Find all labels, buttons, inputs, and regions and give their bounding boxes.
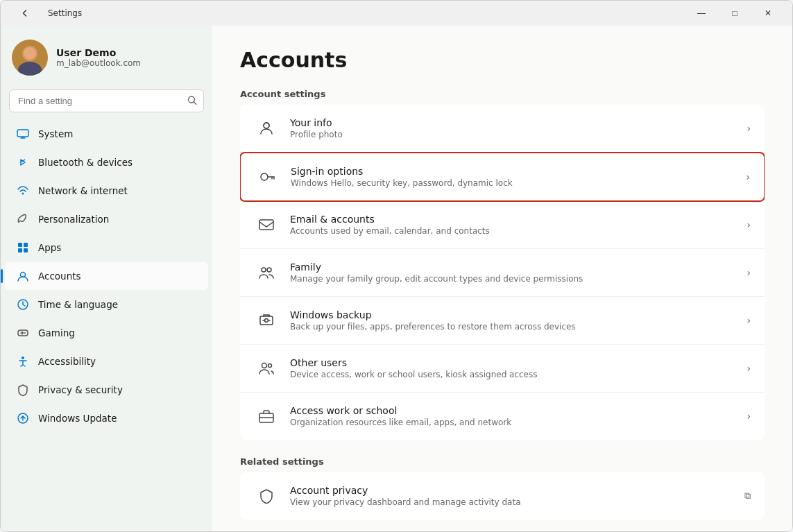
svg-rect-10: [18, 243, 22, 247]
network-icon: [16, 184, 30, 198]
family-icon: [254, 260, 279, 285]
update-icon: [16, 411, 30, 425]
sidebar-item-time-label: Time & language: [38, 299, 118, 310]
settings-window: Settings — □ ✕ User Demo: [0, 0, 793, 532]
maximize-button[interactable]: □: [719, 2, 751, 24]
account-privacy-subtitle: View your privacy dashboard and manage a…: [290, 497, 744, 507]
family-subtitle: Manage your family group, edit account t…: [290, 274, 747, 284]
minimize-button[interactable]: —: [685, 2, 717, 24]
sidebar-item-gaming[interactable]: Gaming: [5, 319, 208, 347]
settings-item-family[interactable]: Family Manage your family group, edit ac…: [240, 249, 765, 297]
svg-point-24: [261, 173, 268, 180]
email-text: Email & accounts Accounts used by email,…: [290, 214, 747, 236]
other-users-title: Other users: [290, 357, 747, 368]
related-settings-label: Related settings: [240, 456, 765, 467]
settings-item-email[interactable]: Email & accounts Accounts used by email,…: [240, 201, 765, 249]
backup-title: Windows backup: [290, 309, 747, 320]
svg-point-32: [265, 319, 268, 323]
family-title: Family: [290, 261, 747, 273]
other-users-text: Other users Device access, work or schoo…: [290, 357, 747, 379]
time-icon: [16, 298, 30, 311]
backup-subtitle: Back up your files, apps, preferences to…: [290, 322, 747, 332]
window-title: Settings: [48, 8, 82, 18]
brush-icon: [16, 212, 30, 226]
svg-point-33: [262, 363, 267, 368]
family-chevron: ›: [747, 267, 751, 278]
titlebar-controls: — □ ✕: [685, 2, 784, 24]
svg-rect-11: [24, 243, 28, 247]
sidebar-item-update[interactable]: Windows Update: [5, 404, 208, 432]
family-text: Family Manage your family group, edit ac…: [290, 261, 747, 284]
sidebar-item-bluetooth[interactable]: Bluetooth & devices: [5, 148, 208, 176]
account-settings-list: Your info Profile photo › Sign-in option…: [240, 105, 765, 440]
system-icon: [16, 127, 30, 141]
sidebar-item-accounts[interactable]: Accounts: [5, 262, 208, 290]
sidebar-item-update-label: Windows Update: [38, 413, 117, 424]
other-users-subtitle: Device access, work or school users, kio…: [290, 370, 747, 379]
svg-rect-28: [259, 220, 273, 230]
svg-rect-12: [18, 248, 22, 252]
work-school-subtitle: Organization resources like email, apps,…: [290, 418, 747, 427]
sign-in-chevron: ›: [746, 171, 750, 182]
gaming-icon: [16, 326, 30, 340]
svg-point-19: [24, 332, 26, 334]
sidebar-item-accessibility-label: Accessibility: [38, 356, 96, 367]
bluetooth-icon: [16, 155, 30, 169]
sidebar-item-accounts-label: Accounts: [38, 271, 81, 282]
other-users-chevron: ›: [747, 363, 751, 374]
work-school-text: Access work or school Organization resou…: [290, 405, 747, 427]
sidebar-item-personalization[interactable]: Personalization: [5, 205, 208, 233]
sidebar-item-apps[interactable]: Apps: [5, 234, 208, 261]
settings-item-work-school[interactable]: Access work or school Organization resou…: [240, 393, 765, 440]
sidebar-item-privacy-label: Privacy & security: [38, 384, 123, 395]
search-icon: [187, 95, 197, 107]
sidebar-item-bluetooth-label: Bluetooth & devices: [38, 157, 133, 168]
close-button[interactable]: ✕: [752, 2, 784, 24]
settings-item-sign-in[interactable]: Sign-in options Windows Hello, security …: [240, 152, 765, 202]
svg-point-9: [22, 193, 24, 195]
your-info-chevron: ›: [747, 123, 751, 134]
sidebar-nav: System Bluetooth & devices Network & int…: [1, 119, 212, 433]
sign-in-subtitle: Windows Hello, security key, password, d…: [291, 178, 746, 188]
settings-item-your-info[interactable]: Your info Profile photo ›: [240, 105, 765, 153]
user-info: User Demo m_lab@outlook.com: [56, 47, 141, 68]
settings-item-other-users[interactable]: Other users Device access, work or schoo…: [240, 345, 765, 393]
svg-point-23: [264, 123, 269, 128]
svg-point-30: [267, 268, 271, 272]
sidebar: User Demo m_lab@outlook.com System: [1, 26, 212, 531]
sidebar-item-accessibility[interactable]: Accessibility: [5, 347, 208, 375]
sidebar-item-network-label: Network & internet: [38, 185, 128, 196]
avatar: [12, 40, 48, 76]
account-privacy-text: Account privacy View your privacy dashbo…: [290, 485, 744, 507]
sidebar-item-network[interactable]: Network & internet: [5, 177, 208, 205]
email-icon: [254, 212, 279, 237]
search-input[interactable]: [9, 89, 204, 112]
account-privacy-title: Account privacy: [290, 485, 744, 496]
window-body: User Demo m_lab@outlook.com System: [1, 26, 792, 531]
svg-rect-31: [260, 316, 273, 325]
main-content: Accounts Account settings Your info Prof…: [212, 26, 792, 531]
titlebar: Settings — □ ✕: [1, 1, 792, 26]
settings-item-backup[interactable]: Windows backup Back up your files, apps,…: [240, 297, 765, 345]
svg-rect-6: [17, 130, 28, 137]
shield-small-icon: [254, 483, 279, 508]
sign-in-text: Sign-in options Windows Hello, security …: [291, 166, 746, 188]
key-icon: [255, 164, 280, 189]
sidebar-item-system[interactable]: System: [5, 120, 208, 148]
email-subtitle: Accounts used by email, calendar, and co…: [290, 226, 747, 236]
user-profile[interactable]: User Demo m_lab@outlook.com: [1, 26, 212, 87]
page-title: Accounts: [240, 48, 765, 72]
svg-rect-13: [24, 248, 28, 252]
backup-text: Windows backup Back up your files, apps,…: [290, 309, 747, 332]
sidebar-item-privacy[interactable]: Privacy & security: [5, 376, 208, 404]
your-info-text: Your info Profile photo: [290, 117, 747, 139]
back-button[interactable]: [9, 2, 41, 24]
user-email: m_lab@outlook.com: [56, 58, 141, 68]
your-info-subtitle: Profile photo: [290, 130, 747, 139]
svg-point-20: [22, 357, 24, 359]
sign-in-title: Sign-in options: [291, 166, 746, 177]
briefcase-icon: [254, 404, 279, 429]
search-box: [9, 89, 204, 112]
sidebar-item-time[interactable]: Time & language: [5, 291, 208, 318]
settings-item-account-privacy[interactable]: Account privacy View your privacy dashbo…: [240, 472, 765, 520]
